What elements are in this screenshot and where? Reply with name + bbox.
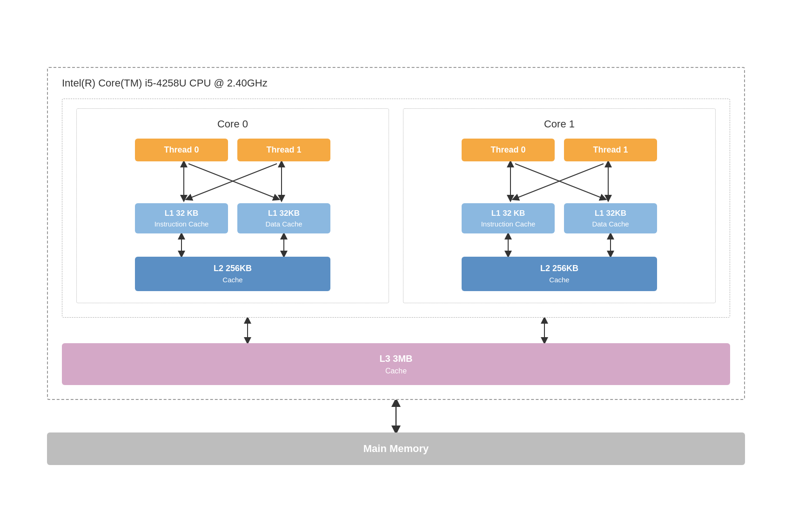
core-0-v-arrows-l1-l2 [86, 233, 379, 257]
core-1-l2: L2 256KB Cache [462, 257, 657, 291]
core-1-v-arrow-right [564, 233, 657, 257]
core-0-thread-0: Thread 0 [135, 139, 228, 161]
core-0-l1-instruction: L1 32 KB Instruction Cache [135, 203, 228, 233]
core-1-cross-arrows [462, 161, 657, 203]
core-0-box: Core 0 Thread 0 Thread 1 [76, 108, 389, 303]
core-1-l1-row: L1 32 KB Instruction Cache L1 32KB Data … [413, 203, 706, 233]
core-0-threads-row: Thread 0 Thread 1 [86, 139, 379, 161]
core-1-box: Core 1 Thread 0 Thread 1 [403, 108, 716, 303]
core-1-threads-row: Thread 0 Thread 1 [413, 139, 706, 161]
cpu-title: Intel(R) Core(TM) i5-4258U CPU @ 2.40GHz [62, 77, 730, 89]
core-1-thread-1: Thread 1 [564, 139, 657, 161]
core-1-v-arrows-l1-l2 [413, 233, 706, 257]
core-0-title: Core 0 [217, 118, 248, 130]
core-0-v-arrow-right [237, 233, 330, 257]
core-1-l1-data: L1 32KB Data Cache [564, 203, 657, 233]
core-1-l1-instruction: L1 32 KB Instruction Cache [462, 203, 555, 233]
core-0-l2: L2 256KB Cache [135, 257, 330, 291]
l3-memory-arrow [47, 400, 745, 432]
cores-container: Core 0 Thread 0 Thread 1 [62, 99, 730, 317]
core-0-v-arrow-left [135, 233, 228, 257]
core-1-thread-0: Thread 0 [462, 139, 555, 161]
page-container: Intel(R) Core(TM) i5-4258U CPU @ 2.40GHz… [33, 53, 759, 479]
l2-l3-arrows [62, 318, 730, 343]
core-0-l1-row: L1 32 KB Instruction Cache L1 32KB Data … [86, 203, 379, 233]
main-memory: Main Memory [47, 432, 745, 465]
l3-cache: L3 3MB Cache [62, 343, 730, 385]
core-0-thread-1: Thread 1 [237, 139, 330, 161]
core-1-title: Core 1 [544, 118, 575, 130]
core-0-cross-arrows [135, 161, 330, 203]
cpu-box: Intel(R) Core(TM) i5-4258U CPU @ 2.40GHz… [47, 67, 745, 399]
core-1-v-arrow-left [462, 233, 555, 257]
core-0-l1-data: L1 32KB Data Cache [237, 203, 330, 233]
